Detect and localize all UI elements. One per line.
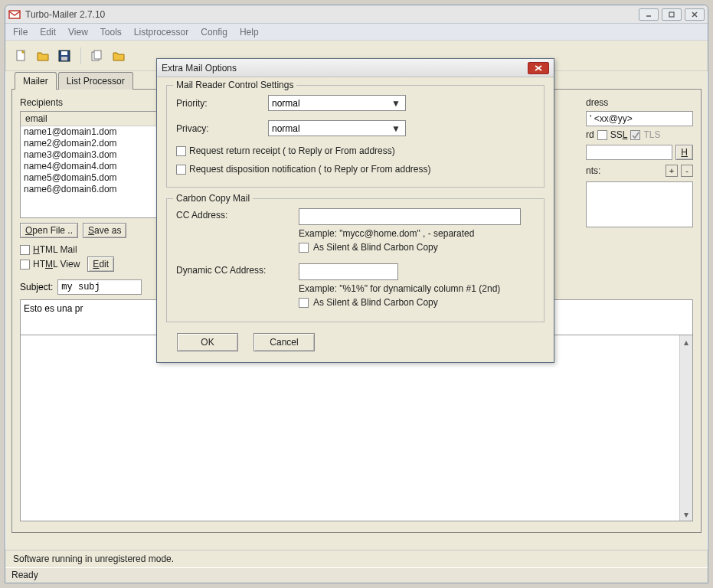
checkbox-icon[interactable] <box>20 260 30 270</box>
cc-blind-label: As Silent & Blind Carbon Copy <box>313 242 438 253</box>
privacy-value: normal <box>272 123 300 134</box>
list-item[interactable]: name1@domain1.dom <box>21 126 157 138</box>
group-legend: Mail Reader Control Settings <box>173 80 296 90</box>
menu-file[interactable]: File <box>13 27 28 38</box>
edit-button[interactable]: Edit <box>87 256 114 272</box>
toolbar-separator <box>80 47 81 64</box>
ok-button[interactable]: OK <box>177 333 238 351</box>
disposition-checkbox[interactable]: Request disposition notification ( to Re… <box>176 164 535 175</box>
plus-button[interactable]: + <box>666 165 678 177</box>
minimize-button[interactable] <box>639 8 659 21</box>
list-item[interactable]: name2@domain2.dom <box>21 138 157 149</box>
menubar: File Edit View Tools Listprocessor Confi… <box>5 24 708 41</box>
cc-blind-checkbox[interactable]: As Silent & Blind Carbon Copy <box>299 242 535 253</box>
list-item[interactable]: name3@domain3.dom <box>21 149 157 161</box>
recipients-label-text: Recipients <box>20 97 63 108</box>
priority-value: normal <box>272 98 300 109</box>
dialog-titlebar[interactable]: Extra Mail Options <box>157 59 554 77</box>
tls-label: TLS <box>643 129 660 140</box>
recipients-column-header[interactable]: email <box>21 112 157 126</box>
svg-rect-0 <box>9 11 20 18</box>
extra-mail-options-dialog: Extra Mail Options Mail Reader Control S… <box>156 58 554 363</box>
dialog-close-button[interactable] <box>528 62 549 74</box>
scroll-up-icon[interactable]: ▴ <box>680 335 692 348</box>
open-file-button[interactable]: Open File .. <box>20 223 78 238</box>
menu-config[interactable]: Config <box>201 27 227 38</box>
list-item[interactable]: name6@domain6.dom <box>21 184 157 195</box>
dynamic-cc-label: Dynamic CC Address: <box>176 263 299 276</box>
tab-list-processor[interactable]: List Processor <box>58 72 133 90</box>
recipients-list[interactable]: email name1@domain1.dom name2@domain2.do… <box>20 111 158 218</box>
dropdown-caret-icon: ▼ <box>390 123 402 134</box>
save-icon[interactable] <box>56 47 73 64</box>
maximize-button[interactable] <box>662 8 682 21</box>
dynamic-cc-input[interactable] <box>299 263 398 280</box>
address-label: dress <box>586 97 693 108</box>
ssl-label: SSL <box>610 129 628 140</box>
titlebar: Turbo-Mailer 2.7.10 <box>5 5 708 24</box>
minus-button[interactable]: - <box>681 165 693 177</box>
window-title: Turbo-Mailer 2.7.10 <box>25 9 639 20</box>
address-hint[interactable]: ' <xx@yy> <box>586 111 693 126</box>
checkbox-icon[interactable] <box>299 243 309 253</box>
list-item[interactable]: name5@domain5.dom <box>21 172 157 184</box>
group-carbon-copy: Carbon Copy Mail CC Address: Example: "m… <box>166 198 545 322</box>
cancel-button[interactable]: Cancel <box>253 333 315 351</box>
list-item[interactable]: name4@domain4.dom <box>21 161 157 172</box>
svg-rect-7 <box>61 51 67 55</box>
attachments-list[interactable] <box>586 181 693 227</box>
checkbox-icon[interactable] <box>176 146 186 156</box>
tls-checkbox[interactable] <box>630 130 640 140</box>
svg-rect-8 <box>61 57 67 60</box>
vertical-scrollbar[interactable]: ▴ ▾ <box>679 335 692 521</box>
checkbox-icon[interactable] <box>20 245 30 255</box>
dynamic-cc-row: Dynamic CC Address: <box>176 263 535 280</box>
small-input[interactable] <box>586 145 672 160</box>
group-mail-reader-control: Mail Reader Control Settings Priority: n… <box>166 85 545 188</box>
cc-address-input[interactable] <box>299 208 521 225</box>
scroll-down-icon[interactable]: ▾ <box>680 508 692 521</box>
open-folder-icon[interactable] <box>34 47 51 64</box>
dialog-title: Extra Mail Options <box>162 63 528 74</box>
privacy-row: Privacy: normal ▼ <box>176 120 535 136</box>
ssl-checkbox[interactable] <box>597 130 607 140</box>
dynamic-blind-label: As Silent & Blind Carbon Copy <box>313 297 438 308</box>
menu-help[interactable]: Help <box>240 27 259 38</box>
privacy-select[interactable]: normal ▼ <box>268 120 406 136</box>
group-legend: Carbon Copy Mail <box>173 193 253 204</box>
svg-rect-2 <box>669 12 674 17</box>
copy-doc-icon[interactable] <box>89 47 106 64</box>
priority-select[interactable]: normal ▼ <box>268 95 406 111</box>
open-folder-icon-2[interactable] <box>110 47 127 64</box>
dialog-body: Mail Reader Control Settings Priority: n… <box>157 77 554 362</box>
privacy-label: Privacy: <box>176 123 268 134</box>
close-button[interactable] <box>685 8 705 21</box>
nts-label: nts: <box>586 165 600 176</box>
save-as-button[interactable]: Save as <box>83 223 126 238</box>
menu-tools[interactable]: Tools <box>100 27 122 38</box>
body-text: Esto es una pr <box>24 303 83 314</box>
unregistered-notice: Software running in unregistered mode. <box>5 550 708 567</box>
checkbox-icon[interactable] <box>299 298 309 308</box>
return-receipt-checkbox[interactable]: Request return receipt ( to Reply or Fro… <box>176 145 535 156</box>
rd-label: rd <box>586 129 594 140</box>
checkbox-icon[interactable] <box>176 165 186 175</box>
status-bar: Ready <box>5 567 708 583</box>
return-receipt-label: Request return receipt ( to Reply or Fro… <box>189 145 395 156</box>
cc-address-row: CC Address: <box>176 208 535 225</box>
subject-input[interactable] <box>57 279 142 295</box>
new-doc-icon[interactable] <box>13 47 30 64</box>
priority-row: Priority: normal ▼ <box>176 95 535 111</box>
menu-edit[interactable]: Edit <box>40 27 56 38</box>
menu-view[interactable]: View <box>68 27 88 38</box>
cc-address-label: CC Address: <box>176 208 299 220</box>
svg-rect-10 <box>94 51 101 59</box>
disposition-label: Request disposition notification ( to Re… <box>189 164 430 175</box>
app-icon <box>8 8 21 21</box>
tab-mailer[interactable]: Mailer <box>15 72 57 90</box>
dynamic-blind-checkbox[interactable]: As Silent & Blind Carbon Copy <box>299 297 535 308</box>
menu-listprocessor[interactable]: Listprocessor <box>134 27 188 38</box>
h-button[interactable]: H <box>675 145 693 160</box>
html-view-label: HTML View <box>33 259 80 270</box>
dropdown-caret-icon: ▼ <box>390 98 402 109</box>
